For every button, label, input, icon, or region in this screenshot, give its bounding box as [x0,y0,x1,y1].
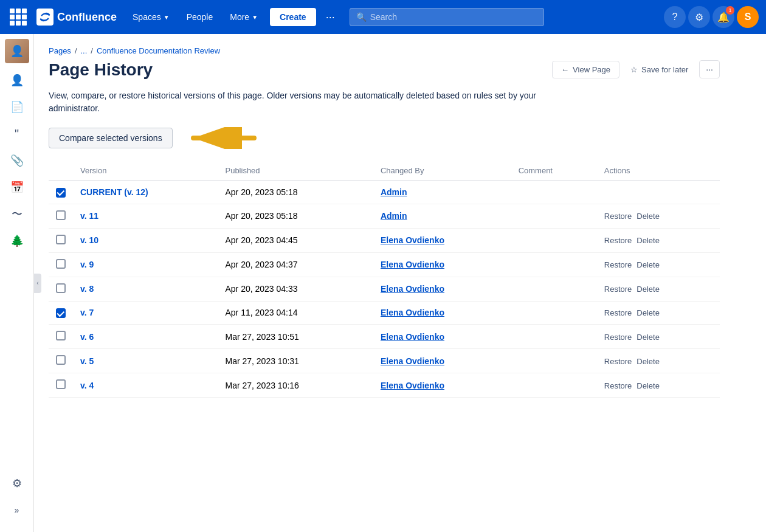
topnav-more-button[interactable]: ··· [321,9,340,26]
delete-button[interactable]: Delete [637,260,660,269]
changed-by-link[interactable]: Elena Ovdienko [381,235,444,245]
restore-button[interactable]: Restore [604,260,632,269]
row-actions-cell: RestoreDelete [597,373,720,398]
changed-by-link[interactable]: Elena Ovdienko [381,260,444,269]
row-changed-by-cell: Admin [373,181,511,204]
sidebar-profile-button[interactable]: 👤 [5,68,29,92]
history-table: Version Published Changed By Comment Act… [49,161,720,398]
row-checkbox[interactable] [56,379,66,389]
search-input[interactable] [370,12,537,22]
changed-by-link[interactable]: Admin [381,211,407,221]
changed-by-link[interactable]: Elena Ovdienko [381,381,444,390]
breadcrumb-current-link[interactable]: Confluence Documentation Review [97,46,220,55]
delete-button[interactable]: Delete [637,236,660,245]
version-link[interactable]: v. 6 [80,332,94,342]
restore-button[interactable]: Restore [604,308,632,317]
save-for-later-button[interactable]: ☆ Save for later [624,61,694,78]
sidebar-bottom: ⚙ » [5,471,29,527]
delete-button[interactable]: Delete [637,308,660,317]
row-checkbox[interactable] [56,308,66,318]
sidebar-attachments-button[interactable]: 📎 [5,148,29,173]
create-button[interactable]: Create [270,8,316,26]
delete-button[interactable]: Delete [637,285,660,294]
sidebar-analytics-button[interactable]: 〜 [5,202,29,226]
row-checkbox-cell [49,228,73,252]
version-link[interactable]: v. 11 [80,211,98,221]
attachment-icon: 📎 [10,154,24,167]
restore-button[interactable]: Restore [604,357,632,366]
row-checkbox[interactable] [56,355,66,365]
quote-icon: " [15,127,19,141]
more-dropdown-button[interactable]: More ▼ [224,9,264,26]
sidebar-settings-icon: ⚙ [12,477,22,490]
restore-button[interactable]: Restore [604,381,632,390]
version-link[interactable]: v. 8 [80,284,94,294]
delete-button[interactable]: Delete [637,357,660,366]
help-button[interactable]: ? [664,6,686,28]
delete-button[interactable]: Delete [637,333,660,342]
version-link[interactable]: v. 7 [80,308,94,317]
sidebar-avatar-icon: 👤 [10,44,24,58]
sidebar-expand-button[interactable]: » [5,498,29,522]
user-avatar[interactable]: S [737,6,759,28]
row-comment-cell [511,277,597,301]
row-published-cell: Apr 20, 2023 05:18 [218,204,373,228]
apps-button[interactable] [7,6,32,28]
delete-button[interactable]: Delete [637,381,660,390]
sidebar-collapse-handle[interactable]: ‹ [34,274,41,293]
changed-by-link[interactable]: Elena Ovdienko [381,332,444,342]
expand-icon: » [15,505,19,515]
row-checkbox-cell [49,277,73,301]
row-actions-cell: RestoreDelete [597,277,720,301]
settings-button[interactable]: ⚙ [688,6,710,28]
row-checkbox[interactable] [56,210,66,220]
row-comment-cell [511,325,597,349]
changed-by-link[interactable]: Elena Ovdienko [381,356,444,366]
breadcrumb-sep2: / [91,46,93,55]
notifications-button[interactable]: 🔔 1 [713,6,734,28]
row-checkbox[interactable] [56,283,66,293]
restore-button[interactable]: Restore [604,212,632,221]
row-published-cell: Apr 20, 2023 04:33 [218,277,373,301]
changed-by-link[interactable]: Admin [381,187,407,197]
row-version-cell: v. 8 [73,277,218,301]
changed-by-link[interactable]: Elena Ovdienko [381,308,444,317]
row-checkbox[interactable] [56,188,66,198]
breadcrumb-ellipsis-link[interactable]: ... [81,46,88,55]
row-checkbox[interactable] [56,331,66,340]
table-row: v. 7Apr 11, 2023 04:14Elena OvdienkoRest… [49,301,720,325]
sidebar-quotes-button[interactable]: " [5,122,29,146]
left-sidebar: 👤 👤 📄 " 📎 📅 〜 🌲 ⚙ » [0,34,34,532]
table-row: v. 9Apr 20, 2023 04:37Elena OvdienkoRest… [49,252,720,277]
row-checkbox[interactable] [56,259,66,269]
version-link[interactable]: v. 10 [80,235,98,245]
main-layout: 👤 👤 📄 " 📎 📅 〜 🌲 ⚙ » [0,34,766,532]
sidebar-calendar-button[interactable]: 📅 [5,175,29,199]
sidebar-tree-button[interactable]: 🌲 [5,229,29,253]
version-link[interactable]: v. 5 [80,356,94,366]
table-row: CURRENT (v. 12)Apr 20, 2023 05:18Admin [49,181,720,204]
restore-button[interactable]: Restore [604,285,632,294]
people-button[interactable]: People [181,9,219,26]
row-changed-by-cell: Elena Ovdienko [373,252,511,277]
version-link[interactable]: v. 9 [80,260,94,269]
delete-button[interactable]: Delete [637,212,660,221]
restore-button[interactable]: Restore [604,333,632,342]
table-header: Version Published Changed By Comment Act… [49,161,720,181]
row-actions-cell: RestoreDelete [597,204,720,228]
spaces-dropdown-button[interactable]: Spaces ▼ [126,9,176,26]
row-checkbox[interactable] [56,235,66,244]
more-actions-button[interactable]: ··· [699,60,720,78]
breadcrumb-pages-link[interactable]: Pages [49,46,71,55]
row-comment-cell [511,204,597,228]
version-link[interactable]: v. 4 [80,381,94,390]
changed-by-link[interactable]: Elena Ovdienko [381,284,444,294]
confluence-name: Confluence [57,11,117,24]
view-page-button[interactable]: ← View Page [552,61,619,78]
row-changed-by-cell: Elena Ovdienko [373,228,511,252]
sidebar-settings-button[interactable]: ⚙ [5,471,29,496]
th-actions: Actions [597,161,720,181]
restore-button[interactable]: Restore [604,236,632,245]
compare-button[interactable]: Compare selected versions [49,128,173,148]
sidebar-pages-button[interactable]: 📄 [5,95,29,119]
